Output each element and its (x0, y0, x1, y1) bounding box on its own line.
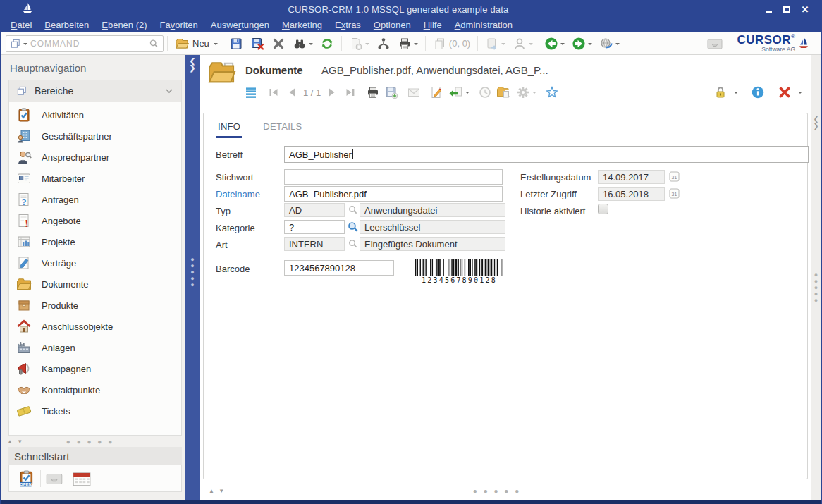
stichwort-field[interactable] (284, 169, 503, 185)
sidebar-section-bereiche[interactable]: Bereiche (9, 80, 181, 102)
print-button[interactable] (395, 35, 420, 52)
typ-lookup-icon[interactable] (348, 204, 358, 215)
person-dropdown-caret[interactable] (529, 43, 533, 47)
sidebar-item-tickets[interactable]: Tickets (9, 400, 181, 422)
splitter-grip[interactable]: ●●●●● (185, 257, 200, 288)
last-record-icon[interactable] (343, 85, 357, 99)
splitter-collapse-arrows[interactable]: ▲ ▼ (209, 488, 226, 494)
historie-checkbox[interactable] (598, 204, 608, 214)
workflow-button[interactable] (374, 35, 393, 52)
barcode-field[interactable]: 1234567890128 (284, 260, 394, 276)
sidebar-item-projekte[interactable]: Projekte (9, 231, 181, 252)
tab-info[interactable]: INFO (216, 119, 242, 138)
info-icon[interactable] (751, 85, 765, 99)
sidebar-item-angebote[interactable]: !Angebote (9, 210, 181, 231)
back-dropdown-caret[interactable] (560, 43, 565, 47)
command-input[interactable]: COMMAND (27, 39, 148, 49)
neu-button[interactable]: Neu (173, 35, 220, 52)
erstellungsdatum-field[interactable]: 14.09.2017 (598, 170, 665, 184)
save-new-icon[interactable] (384, 85, 398, 99)
menu-hilfe[interactable]: Hilfe (417, 18, 448, 32)
search-icon[interactable] (148, 38, 159, 49)
splitter-grip[interactable]: ● ● ● ● ● (226, 487, 768, 495)
revert-dropdown-caret[interactable] (465, 92, 470, 96)
list-menu-icon[interactable] (244, 85, 258, 99)
quickstart-header[interactable]: Schnellstart (8, 447, 182, 465)
new-record-button[interactable] (347, 35, 372, 52)
right-splitter-strip[interactable]: ❮❯ ●●●●● (811, 55, 821, 500)
neu-dropdown-caret[interactable] (214, 43, 218, 47)
collapse-chevrons[interactable]: ❮❯ (811, 116, 821, 130)
calendar-icon[interactable] (72, 469, 92, 488)
sidebar-item-mitarbeiter[interactable]: Mitarbeiter (9, 168, 181, 189)
art-code-field[interactable]: INTERN (284, 237, 345, 251)
find-button[interactable] (290, 35, 315, 52)
close-button[interactable]: ✕ (799, 4, 811, 15)
letzter-zugriff-field[interactable]: 16.05.2018 (598, 187, 665, 201)
chevron-down-icon[interactable] (164, 86, 174, 96)
tab-details[interactable]: DETAILS (262, 119, 303, 138)
open-activities-icon[interactable]: OPEN (17, 469, 37, 488)
typ-code-field[interactable]: AD (284, 203, 345, 217)
splitter-collapse-arrows[interactable]: ▲ ▼ (7, 438, 24, 445)
lock-dropdown-caret[interactable] (734, 92, 738, 96)
calendar-icon[interactable]: 31 (669, 188, 680, 199)
kategorie-code-field[interactable]: ? (284, 220, 345, 234)
person-button[interactable] (510, 35, 535, 52)
splitter-grip[interactable]: ● ● ● ● ● (24, 438, 157, 445)
menu-favoriten[interactable]: Favoriten (154, 18, 204, 32)
sidebar-item-geschaeftspartner[interactable]: Geschäftspartner (9, 125, 181, 147)
print-icon[interactable] (366, 85, 380, 99)
revert-icon[interactable] (448, 85, 463, 100)
menu-extras[interactable]: Extras (329, 18, 367, 32)
edit-icon[interactable] (429, 85, 443, 99)
sidebar-splitter[interactable]: ❮❯ ●●●●● (185, 55, 200, 500)
save-button[interactable] (227, 35, 245, 52)
lock-icon[interactable] (713, 85, 728, 99)
minimize-button[interactable] (763, 4, 774, 15)
save-discard-button[interactable] (248, 35, 266, 52)
export-button[interactable] (483, 35, 508, 52)
sidebar-item-kontaktpunkte[interactable]: Kontaktpunkte (9, 379, 181, 400)
history-clock-icon[interactable] (478, 85, 492, 99)
export-dropdown-caret[interactable] (501, 43, 505, 47)
splitter-grip[interactable]: ●●●●● (811, 272, 821, 304)
delete-button[interactable] (269, 35, 288, 52)
close-dropdown-caret[interactable] (798, 92, 802, 96)
menu-optionen[interactable]: Optionen (367, 18, 417, 32)
sync-dropdown-caret[interactable] (615, 43, 620, 47)
new-record-dropdown-caret[interactable] (365, 43, 369, 47)
actions-gear-icon[interactable] (516, 85, 530, 99)
command-box[interactable]: COMMAND (6, 35, 164, 52)
close-record-icon[interactable] (778, 85, 792, 99)
bottom-splitter[interactable]: ▲ ▼ ● ● ● ● ● (200, 486, 811, 495)
dateiname-field[interactable]: AGB_Publisher.pdf (284, 186, 503, 202)
sidebar-item-anschlussobjekte[interactable]: Anschlussobjekte (9, 316, 181, 337)
previous-record-icon[interactable] (285, 85, 299, 99)
forward-dropdown-caret[interactable] (588, 43, 592, 47)
next-record-icon[interactable] (325, 85, 339, 99)
favorite-star-icon[interactable] (545, 85, 559, 99)
copy-record-icon[interactable] (496, 85, 512, 100)
actions-dropdown-caret[interactable] (532, 92, 536, 96)
sidebar-item-produkte[interactable]: Produkte (9, 295, 181, 316)
dateiname-label[interactable]: Dateiname (216, 189, 260, 199)
back-button[interactable] (542, 35, 567, 52)
sidebar-item-dokumente[interactable]: Dokumente (9, 273, 181, 295)
sidebar-item-vertraege[interactable]: Verträge (9, 252, 181, 273)
sidebar-item-kampagnen[interactable]: Kampagnen (9, 358, 181, 379)
sidebar-item-aktivitaeten[interactable]: Aktivitäten (9, 104, 181, 125)
menu-ebenen[interactable]: Ebenen (2) (95, 18, 153, 32)
maximize-button[interactable] (781, 4, 792, 15)
splitter-collapse-left-icon[interactable]: ❮❯ (185, 58, 200, 72)
sidebar-item-anlagen[interactable]: Anlagen (9, 337, 181, 358)
print-dropdown-caret[interactable] (414, 43, 418, 47)
sidebar-item-ansprechpartner[interactable]: Ansprechpartner (9, 147, 181, 168)
find-dropdown-caret[interactable] (309, 43, 313, 47)
menu-administration[interactable]: Administration (448, 18, 519, 32)
betreff-field[interactable]: AGB_Publisher (284, 146, 809, 163)
menu-marketing[interactable]: Marketing (276, 18, 329, 32)
sidebar-horizontal-splitter[interactable]: ▲ ▼ ● ● ● ● ● (1, 437, 185, 445)
menu-bearbeiten[interactable]: Bearbeiten (38, 18, 95, 32)
forward-button[interactable] (570, 35, 594, 52)
